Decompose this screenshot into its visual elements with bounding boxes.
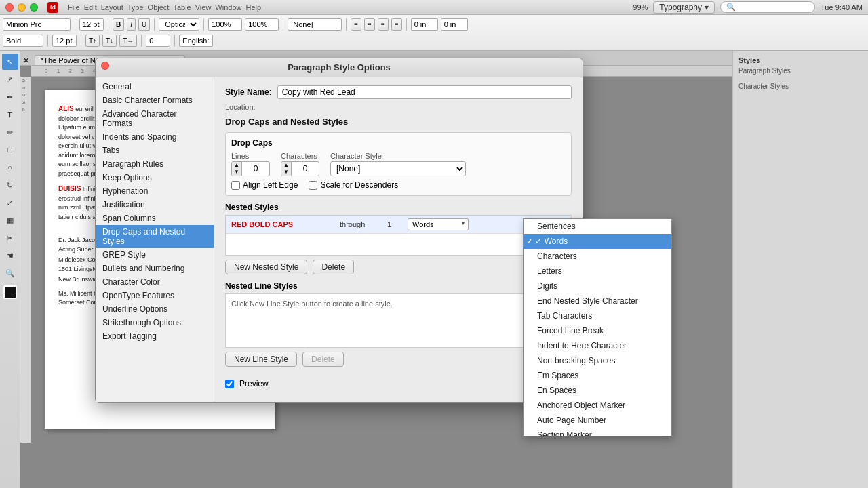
bold-btn[interactable]: B: [113, 18, 124, 30]
dropdown-item-end-nested[interactable]: End Nested Style Character: [524, 293, 671, 308]
sidebar-item-opentype[interactable]: OpenType Features: [96, 289, 214, 302]
dropdown-item-auto-page[interactable]: Auto Page Number: [524, 413, 671, 428]
maximize-btn[interactable]: [30, 3, 38, 12]
scale-tool[interactable]: ⤢: [2, 195, 18, 211]
scissors-tool[interactable]: ✂: [2, 230, 18, 246]
font-size-input[interactable]: [79, 18, 104, 30]
menu-window[interactable]: Window: [215, 3, 241, 12]
dropdown-item-en-spaces[interactable]: En Spaces: [524, 383, 671, 398]
rotate-tool[interactable]: ↻: [2, 177, 18, 193]
font-size-2-input[interactable]: [52, 35, 77, 47]
sidebar-item-export[interactable]: Export Tagging: [96, 329, 214, 343]
italic-btn[interactable]: I: [127, 18, 136, 30]
dropdown-item-characters[interactable]: Characters: [524, 249, 671, 264]
close-btn[interactable]: [5, 3, 14, 12]
dropdown-item-anchored[interactable]: Anchored Object Marker: [524, 398, 671, 413]
sidebar-item-tabs[interactable]: Tabs: [96, 144, 214, 157]
sidebar-item-keep-options[interactable]: Keep Options: [96, 171, 214, 184]
preview-checkbox[interactable]: [225, 380, 234, 388]
language-input[interactable]: [179, 35, 213, 47]
justify[interactable]: ≡: [391, 18, 402, 30]
style-input[interactable]: [288, 18, 342, 30]
dropdown-item-words[interactable]: ✓ Words: [524, 234, 671, 249]
shorter-btn[interactable]: T↓: [102, 35, 117, 47]
typography-button[interactable]: Typography ▾: [653, 1, 715, 14]
dropdown-item-digits[interactable]: Digits: [524, 279, 671, 293]
direct-select-tool[interactable]: ↗: [2, 71, 18, 87]
menu-file[interactable]: File: [68, 3, 80, 12]
menu-layout[interactable]: Layout: [101, 3, 123, 12]
lines-up[interactable]: ▲: [232, 162, 241, 169]
gradient-tool[interactable]: ▦: [2, 212, 18, 228]
characters-input[interactable]: ▲ ▼ 0: [281, 161, 319, 176]
delete-nested-style-btn[interactable]: Delete: [313, 260, 354, 274]
color-swatch[interactable]: [3, 285, 17, 299]
space-input[interactable]: [441, 18, 468, 30]
dropdown-item-sentences[interactable]: Sentences: [524, 219, 671, 234]
dropdown-item-non-breaking[interactable]: Non-breaking Spaces: [524, 353, 671, 368]
taller-btn[interactable]: T↑: [85, 35, 100, 47]
optical-select[interactable]: Optical: [159, 18, 199, 30]
menu-object[interactable]: Object: [148, 3, 170, 12]
dropdown-item-tab-chars[interactable]: Tab Characters: [524, 308, 671, 323]
delete-line-style-btn[interactable]: Delete: [302, 352, 344, 367]
chars-down[interactable]: ▼: [281, 169, 291, 176]
chars-up[interactable]: ▲: [281, 162, 291, 169]
menu-help[interactable]: Help: [245, 3, 261, 12]
lines-down[interactable]: ▼: [232, 169, 241, 176]
sidebar-item-general[interactable]: General: [96, 80, 214, 94]
sidebar-item-underline[interactable]: Underline Options: [96, 302, 214, 316]
text-tool[interactable]: T: [2, 106, 18, 123]
sidebar-item-basic-char[interactable]: Basic Character Formats: [96, 94, 214, 107]
scale-descenders-checkbox[interactable]: [309, 181, 317, 190]
leading-input[interactable]: [245, 18, 279, 30]
underline-btn[interactable]: U: [138, 18, 150, 30]
dropdown-item-letters[interactable]: Letters: [524, 264, 671, 279]
zoom-tool[interactable]: 🔍: [2, 265, 18, 281]
indent-input[interactable]: [411, 18, 438, 30]
menu-edit[interactable]: Edit: [84, 3, 97, 12]
style-name-input[interactable]: [277, 85, 572, 99]
menu-view[interactable]: View: [195, 3, 212, 12]
sidebar-item-strikethrough[interactable]: Strikethrough Options: [96, 316, 214, 329]
new-nested-style-btn[interactable]: New Nested Style: [225, 260, 307, 274]
search-box[interactable]: 🔍: [720, 1, 815, 13]
sidebar-item-grep[interactable]: GREP Style: [96, 248, 214, 262]
ellipse-tool[interactable]: ○: [2, 159, 18, 176]
dialog-close-btn[interactable]: [101, 62, 109, 72]
font-family-input[interactable]: [3, 18, 71, 30]
align-left-checkbox[interactable]: [231, 181, 240, 190]
tracking-input[interactable]: [208, 18, 242, 30]
wider-btn[interactable]: T→: [119, 35, 137, 47]
sidebar-item-char-color[interactable]: Character Color: [96, 275, 214, 289]
rect-tool[interactable]: □: [2, 142, 18, 158]
font-style-input[interactable]: [3, 35, 43, 47]
align-center[interactable]: ≡: [364, 18, 375, 30]
char-style-select[interactable]: [None]: [330, 161, 466, 176]
sidebar-item-span-columns[interactable]: Span Columns: [96, 211, 214, 225]
dropdown-item-forced-line[interactable]: Forced Line Break: [524, 323, 671, 338]
dropdown-item-indent-here[interactable]: Indent to Here Character: [524, 338, 671, 353]
nested-style-unit-btn[interactable]: Words: [408, 218, 469, 230]
nested-style-row-1[interactable]: RED BOLD CAPS through 1 Words Senten: [226, 216, 571, 234]
align-left[interactable]: ≡: [351, 18, 361, 30]
sidebar-item-justification[interactable]: Justification: [96, 198, 214, 211]
dropdown-item-section-marker[interactable]: Section Marker: [524, 428, 671, 436]
sidebar-item-advanced-char[interactable]: Advanced Character Formats: [96, 107, 214, 130]
sidebar-item-drop-caps[interactable]: Drop Caps and Nested Styles: [96, 225, 214, 248]
sidebar-item-hyphenation[interactable]: Hyphenation: [96, 184, 214, 198]
lines-input[interactable]: ▲ ▼ 0: [231, 161, 270, 176]
sidebar-item-paragraph-rules[interactable]: Paragraph Rules: [96, 157, 214, 171]
minimize-btn[interactable]: [18, 3, 26, 12]
hand-tool[interactable]: ☚: [2, 247, 18, 264]
nested-style-unit-dropdown[interactable]: Words Sentences ✓ Words Characters Lett: [408, 218, 469, 230]
align-right[interactable]: ≡: [378, 18, 389, 30]
pen-tool[interactable]: ✒: [2, 89, 18, 105]
menu-table[interactable]: Table: [173, 3, 191, 12]
select-tool[interactable]: ↖: [2, 54, 18, 70]
dropdown-item-em-spaces[interactable]: Em Spaces: [524, 368, 671, 383]
menu-type[interactable]: Type: [127, 3, 144, 12]
pencil-tool[interactable]: ✏: [2, 124, 18, 140]
sidebar-item-bullets[interactable]: Bullets and Numbering: [96, 262, 214, 275]
sidebar-item-indents[interactable]: Indents and Spacing: [96, 130, 214, 144]
